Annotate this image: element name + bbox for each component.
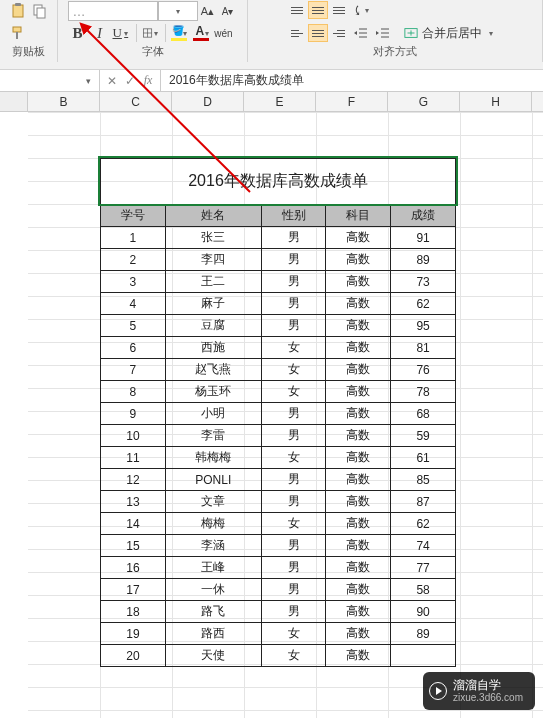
table-cell[interactable]: 12 [101,469,166,491]
column-header[interactable]: H [460,92,532,111]
table-cell[interactable]: 高数 [326,293,391,315]
table-cell[interactable]: 男 [261,535,326,557]
table-cell[interactable]: 张三 [165,227,261,249]
table-cell[interactable]: 高数 [326,249,391,271]
table-cell[interactable]: 高数 [326,271,391,293]
table-row[interactable]: 18路飞男高数90 [101,601,456,623]
table-cell[interactable]: 男 [261,425,326,447]
table-cell[interactable]: 女 [261,381,326,403]
table-cell[interactable]: 高数 [326,491,391,513]
underline-button[interactable]: U▾ [112,23,132,43]
table-row[interactable]: 11韩梅梅女高数61 [101,447,456,469]
copy-icon[interactable] [30,1,50,21]
table-cell[interactable]: 男 [261,271,326,293]
table-cell[interactable]: 女 [261,513,326,535]
table-cell[interactable]: 高数 [326,535,391,557]
table-cell[interactable]: 10 [101,425,166,447]
table-cell[interactable]: 梅梅 [165,513,261,535]
table-cell[interactable]: 高数 [326,359,391,381]
table-cell[interactable]: 15 [101,535,166,557]
font-name-select[interactable]: … [68,1,158,21]
table-cell[interactable]: 男 [261,491,326,513]
table-row[interactable]: 3王二男高数73 [101,271,456,293]
table-cell[interactable]: 高数 [326,337,391,359]
table-row[interactable]: 16王峰男高数77 [101,557,456,579]
table-cell[interactable]: 7 [101,359,166,381]
table-cell[interactable]: 西施 [165,337,261,359]
table-header-cell[interactable]: 科目 [326,205,391,227]
table-cell[interactable]: 男 [261,579,326,601]
increase-font-icon[interactable]: A▴ [198,1,218,21]
table-cell[interactable]: 麻子 [165,293,261,315]
table-row[interactable]: 15李涵男高数74 [101,535,456,557]
table-cell[interactable]: 90 [391,601,456,623]
table-cell[interactable]: 85 [391,469,456,491]
table-cell[interactable]: 58 [391,579,456,601]
table-cell[interactable]: 62 [391,513,456,535]
table-cell[interactable]: 高数 [326,425,391,447]
table-cell[interactable]: 62 [391,293,456,315]
table-cell[interactable]: 男 [261,557,326,579]
table-header-cell[interactable]: 学号 [101,205,166,227]
table-cell[interactable]: 女 [261,359,326,381]
table-cell[interactable]: 男 [261,601,326,623]
bold-button[interactable]: B [68,23,88,43]
table-cell[interactable]: 89 [391,623,456,645]
table-row[interactable]: 8杨玉环女高数78 [101,381,456,403]
table-cell[interactable]: 高数 [326,579,391,601]
format-painter-icon[interactable] [8,23,28,43]
table-row[interactable]: 14梅梅女高数62 [101,513,456,535]
table-cell[interactable]: 20 [101,645,166,667]
table-cell[interactable]: 59 [391,425,456,447]
select-all-corner[interactable] [0,92,28,111]
table-header-cell[interactable]: 姓名 [165,205,261,227]
column-header[interactable]: D [172,92,244,111]
fx-icon[interactable]: fx [140,73,156,88]
table-row[interactable]: 2李四男高数89 [101,249,456,271]
table-cell[interactable]: 豆腐 [165,315,261,337]
table-cell[interactable]: 4 [101,293,166,315]
table-cell[interactable]: 1 [101,227,166,249]
table-cell[interactable]: 高数 [326,381,391,403]
table-row[interactable]: 12PONLI男高数85 [101,469,456,491]
align-right-button[interactable] [329,24,349,42]
table-cell[interactable]: 11 [101,447,166,469]
table-cell[interactable]: 王二 [165,271,261,293]
table-cell[interactable]: 2 [101,249,166,271]
table-cell[interactable]: 文章 [165,491,261,513]
table-cell[interactable]: 小明 [165,403,261,425]
merge-center-button[interactable]: 合并后居中 ▾ [397,22,503,44]
table-cell[interactable]: 91 [391,227,456,249]
table-row[interactable]: 19路西女高数89 [101,623,456,645]
table-cell[interactable]: 高数 [326,315,391,337]
table-cell[interactable]: 女 [261,447,326,469]
table-cell[interactable]: 高数 [326,513,391,535]
column-header[interactable]: E [244,92,316,111]
phonetic-guide-icon[interactable]: wén [214,23,234,43]
italic-button[interactable]: I [90,23,110,43]
table-cell[interactable]: 男 [261,227,326,249]
column-header[interactable]: G [388,92,460,111]
table-cell[interactable]: 81 [391,337,456,359]
table-cell[interactable]: 78 [391,381,456,403]
table-cell[interactable]: 14 [101,513,166,535]
table-cell[interactable]: 天使 [165,645,261,667]
table-cell[interactable]: 李涵 [165,535,261,557]
table-cell[interactable]: 女 [261,337,326,359]
fill-color-button[interactable]: 🪣▾ [170,23,190,43]
table-row[interactable]: 1张三男高数91 [101,227,456,249]
table-cell[interactable]: 男 [261,469,326,491]
table-cell[interactable]: 李四 [165,249,261,271]
align-middle-button[interactable] [308,1,328,19]
table-cell[interactable]: 男 [261,403,326,425]
table-cell[interactable]: 王峰 [165,557,261,579]
table-row[interactable]: 7赵飞燕女高数76 [101,359,456,381]
table-cell[interactable]: 18 [101,601,166,623]
orientation-button[interactable]: ⤹▾ [351,0,371,20]
column-header[interactable]: C [100,92,172,111]
table-cell[interactable]: 路西 [165,623,261,645]
align-top-button[interactable] [287,1,307,19]
table-cell[interactable]: 89 [391,249,456,271]
chevron-down-icon[interactable]: ▾ [83,76,93,86]
column-header[interactable]: F [316,92,388,111]
